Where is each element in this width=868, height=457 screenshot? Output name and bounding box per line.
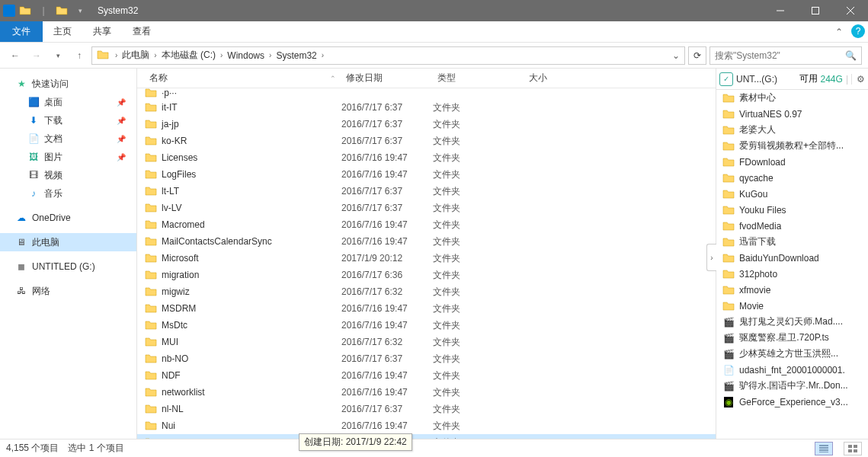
file-row[interactable]: MUI2016/7/17 6:32文件夹 <box>137 334 716 350</box>
preview-item[interactable]: BaiduYunDownload <box>716 250 868 266</box>
preview-item[interactable]: 素材中心 <box>716 90 868 106</box>
view-details-button[interactable] <box>815 442 833 455</box>
preview-item[interactable]: 老婆大人 <box>716 122 868 138</box>
forward-button[interactable]: → <box>27 46 46 65</box>
preview-item[interactable]: 迅雷下载 <box>716 234 868 250</box>
preview-item[interactable]: FDownload <box>716 154 868 170</box>
column-name[interactable]: 名称⌃ <box>145 69 341 88</box>
nav-this-pc[interactable]: 🖥 此电脑 <box>0 233 136 251</box>
nav-onedrive[interactable]: ☁ OneDrive <box>0 209 136 227</box>
preview-item[interactable]: 爱剪辑视频教程+全部特... <box>716 138 868 154</box>
preview-item[interactable]: 🎬驴得水.国语中字.Mr..Don... <box>716 378 868 394</box>
chevron-right-icon[interactable]: › <box>267 51 273 59</box>
qa-dropdown-icon[interactable]: ▾ <box>72 2 88 19</box>
ribbon-expand-icon[interactable]: ⌃ <box>830 21 848 42</box>
breadcrumb-item[interactable]: System32 <box>273 47 319 64</box>
file-row[interactable]: Macromed2016/7/16 19:47文件夹 <box>137 216 716 233</box>
preview-item[interactable]: Movie <box>716 298 868 314</box>
ribbon-tab[interactable]: 共享 <box>82 21 122 42</box>
nav-quick-item[interactable]: 🖼图片📌 <box>0 148 136 166</box>
chevron-right-icon[interactable]: › <box>114 51 119 59</box>
preview-item[interactable]: qycache <box>716 170 868 186</box>
ribbon-tab[interactable]: 主页 <box>43 21 82 42</box>
ribbon-tab[interactable]: 查看 <box>122 21 162 42</box>
gear-icon[interactable]: ⚙ <box>851 74 865 85</box>
search-input[interactable] <box>715 50 845 61</box>
preview-item[interactable]: VirtuaNES 0.97 <box>716 106 868 122</box>
maximize-button[interactable] <box>798 0 833 21</box>
view-icons-button[interactable] <box>844 442 862 455</box>
breadcrumb-item[interactable]: Windows <box>224 47 267 64</box>
file-row[interactable]: networklist2016/7/16 19:47文件夹 <box>137 384 716 401</box>
file-row[interactable]: ja-jp2016/7/17 6:37文件夹 <box>137 116 716 133</box>
file-row[interactable]: oem2017/1/9 22:40文件夹 <box>137 434 716 439</box>
nav-quick-item[interactable]: ⬇下载📌 <box>0 111 136 129</box>
file-row[interactable]: Microsoft2017/1/9 20:12文件夹 <box>137 250 716 267</box>
chevron-right-icon[interactable]: › <box>320 51 325 59</box>
preview-item[interactable]: 🎬少林英雄之方世玉洪熙... <box>716 346 868 362</box>
nav-quick-item[interactable]: 🟦桌面📌 <box>0 93 136 111</box>
file-row[interactable]: LogFiles2016/7/16 19:47文件夹 <box>137 166 716 183</box>
preview-item[interactable]: KuGou <box>716 186 868 202</box>
file-row[interactable]: MSDRM2016/7/16 19:47文件夹 <box>137 300 716 317</box>
nav-quick-item[interactable]: ♪音乐 <box>0 184 136 203</box>
file-row[interactable]: MailContactsCalendarSync2016/7/16 19:47文… <box>137 233 716 250</box>
file-row[interactable]: nl-NL2016/7/17 6:37文件夹 <box>137 401 716 417</box>
qa-paste-icon[interactable] <box>53 2 70 19</box>
preview-list[interactable]: 素材中心VirtuaNES 0.97老婆大人爱剪辑视频教程+全部特...FDow… <box>716 90 868 439</box>
preview-item[interactable]: 🎬驱魔警察.星卫.720P.ts <box>716 330 868 346</box>
preview-item[interactable]: xfmovie <box>716 282 868 298</box>
file-row[interactable]: lv-LV2016/7/17 6:37文件夹 <box>137 200 716 216</box>
file-name: MUI <box>162 337 178 347</box>
file-row[interactable]: it-IT2016/7/17 6:37文件夹 <box>137 99 716 116</box>
preview-item[interactable]: Youku Files <box>716 202 868 218</box>
column-type[interactable]: 类型 <box>433 69 524 88</box>
file-row[interactable]: migwiz2016/7/17 6:32文件夹 <box>137 283 716 300</box>
up-button[interactable]: ↑ <box>70 46 88 65</box>
back-button[interactable]: ← <box>6 46 24 65</box>
nav-pane[interactable]: ★ 快速访问 🟦桌面📌⬇下载📌📄文档📌🖼图片📌🎞视频♪音乐 ☁ OneDrive… <box>0 69 137 439</box>
help-icon[interactable]: ? <box>851 24 865 38</box>
column-size[interactable]: 大小 <box>524 69 585 88</box>
close-button[interactable] <box>833 0 868 21</box>
refresh-button[interactable]: ⟳ <box>688 46 706 65</box>
nav-network[interactable]: 🖧 网络 <box>0 282 136 300</box>
preview-item[interactable]: ◉GeForce_Experience_v3... <box>716 394 868 410</box>
recent-dropdown[interactable]: ▾ <box>49 46 67 65</box>
file-row[interactable]: NDF2016/7/16 19:47文件夹 <box>137 367 716 384</box>
ribbon-file[interactable]: 文件 <box>0 21 43 42</box>
chevron-right-icon[interactable]: › <box>152 51 158 59</box>
address-dropdown-icon[interactable]: ⌄ <box>669 50 683 61</box>
file-row[interactable]: ko-KR2016/7/17 6:37文件夹 <box>137 133 716 149</box>
preview-item[interactable]: 🎬鬼打鬼之灵幻天师.Mad.... <box>716 314 868 330</box>
file-row-truncated[interactable]: ·p··· <box>137 88 716 99</box>
file-row[interactable]: Licenses2016/7/16 19:47文件夹 <box>137 149 716 166</box>
file-row[interactable]: Nui2016/7/16 19:47文件夹 <box>137 417 716 434</box>
minimize-button[interactable] <box>763 0 798 21</box>
qa-folder-icon[interactable] <box>17 2 34 19</box>
chevron-right-icon[interactable]: › <box>219 51 224 59</box>
breadcrumb-item[interactable]: 此电脑 <box>119 47 152 64</box>
column-date[interactable]: 修改日期 <box>341 69 433 88</box>
nav-quick-item[interactable]: 📄文档📌 <box>0 129 136 148</box>
search-box[interactable]: 🔍 <box>709 46 862 65</box>
preview-item[interactable]: fvodMedia <box>716 218 868 234</box>
file-list[interactable]: ·p··· it-IT2016/7/17 6:37文件夹ja-jp2016/7/… <box>137 88 716 439</box>
nav-label: UNTITLED (G:) <box>32 261 95 272</box>
search-icon[interactable]: 🔍 <box>845 50 857 61</box>
file-row[interactable]: nb-NO2016/7/17 6:37文件夹 <box>137 350 716 367</box>
file-row[interactable]: lt-LT2016/7/17 6:37文件夹 <box>137 183 716 200</box>
preview-item[interactable]: 📄udashi_fnt_20001000001. <box>716 362 868 378</box>
address-bar[interactable]: › 此电脑 › 本地磁盘 (C:) › Windows › System32 ›… <box>91 46 685 65</box>
nav-drive[interactable]: ◼ UNTITLED (G:) <box>0 257 136 276</box>
file-row[interactable]: MsDtc2016/7/16 19:47文件夹 <box>137 317 716 334</box>
nav-quick-item[interactable]: 🎞视频 <box>0 166 136 184</box>
drive-label[interactable]: UNT...(G:) <box>736 74 796 85</box>
breadcrumb-item[interactable]: 本地磁盘 (C:) <box>159 47 219 64</box>
collapse-pane-button[interactable]: › <box>706 244 716 271</box>
nav-quick-access[interactable]: ★ 快速访问 <box>0 75 136 93</box>
file-row[interactable]: migration2016/7/17 6:36文件夹 <box>137 267 716 283</box>
address-bar-row: ← → ▾ ↑ › 此电脑 › 本地磁盘 (C:) › Windows › Sy… <box>0 43 868 69</box>
network-icon: 🖧 <box>15 285 27 297</box>
preview-item[interactable]: 312photo <box>716 266 868 282</box>
